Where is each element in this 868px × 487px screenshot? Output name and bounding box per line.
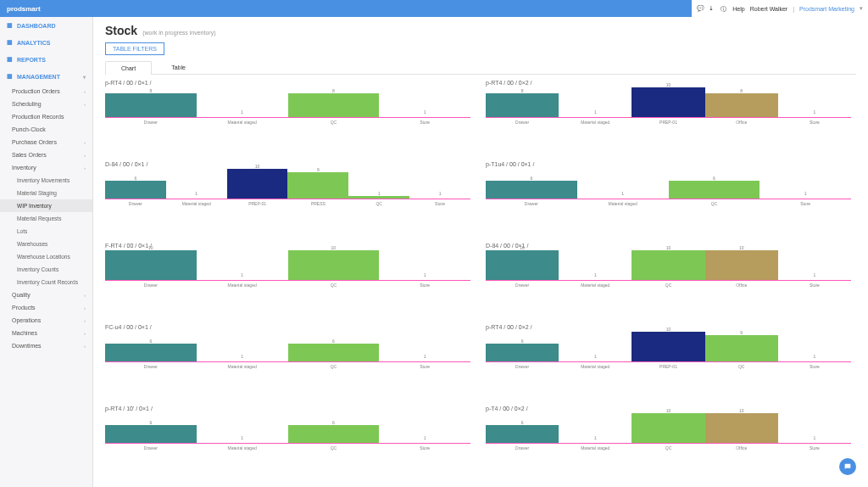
bar-value: 1 bbox=[241, 109, 243, 115]
chart-card: p-RT4 / 00 / 0×1 /8181DrawerMaterial sta… bbox=[105, 80, 470, 154]
chart-bar: 1 bbox=[559, 413, 632, 443]
sidebar-item-products[interactable]: Products› bbox=[0, 301, 92, 314]
sidebar-item-downtimes[interactable]: Downtimes› bbox=[0, 339, 92, 352]
chart-bar: 1 bbox=[778, 250, 851, 280]
bar-value: 1 bbox=[378, 191, 381, 196]
sidebar-item-operations[interactable]: Operations› bbox=[0, 314, 92, 327]
sidebar-item-sales-orders[interactable]: Sales Orders› bbox=[0, 148, 92, 161]
chart-bar: 6 bbox=[288, 332, 380, 361]
sidebar-item-warehouse-locations[interactable]: Warehouse Locations bbox=[0, 250, 92, 263]
x-axis-label: Store bbox=[379, 362, 470, 369]
x-axis-label: Store bbox=[778, 444, 851, 451]
sidebar-section-reports[interactable]: ▦REPORTS bbox=[0, 51, 92, 68]
bar-value: 1 bbox=[814, 435, 816, 440]
bar-value: 6 bbox=[149, 339, 152, 344]
bar-value: 1 bbox=[424, 272, 426, 277]
sidebar-item-warehouses[interactable]: Warehouses bbox=[0, 238, 92, 250]
chart-bar: 10 bbox=[632, 332, 704, 361]
sidebar-item-inventory-count-records[interactable]: Inventory Count Records bbox=[0, 276, 92, 288]
chart-bar: 10 bbox=[632, 413, 704, 443]
table-filters-button[interactable]: TABLE FILTERS bbox=[105, 42, 164, 55]
bar-value: 1 bbox=[594, 435, 597, 440]
x-axis-label: QC bbox=[632, 281, 704, 288]
user-name[interactable]: Robert Walker bbox=[750, 6, 787, 12]
tab-table[interactable]: Table bbox=[155, 60, 202, 74]
bar-value: 1 bbox=[195, 191, 198, 196]
x-axis-label: Drawer bbox=[486, 118, 559, 125]
x-axis-label: Office bbox=[705, 444, 778, 451]
chart-bar: 6 bbox=[669, 169, 760, 199]
chart-card: p-RT4 / 10' / 0×1 /6161DrawerMaterial st… bbox=[105, 406, 470, 480]
x-axis-label: Drawer bbox=[105, 118, 197, 125]
sidebar-item-inventory[interactable]: Inventory› bbox=[0, 161, 92, 174]
chat-icon[interactable]: 💬 bbox=[697, 5, 704, 12]
bar-value: 10 bbox=[666, 408, 671, 413]
sidebar-item-inventory-counts[interactable]: Inventory Counts bbox=[0, 263, 92, 276]
tab-chart[interactable]: Chart bbox=[105, 61, 152, 75]
help-link[interactable]: Help bbox=[732, 6, 744, 12]
brand-logo: prodsmart bbox=[7, 5, 41, 13]
info-icon[interactable]: ⓘ bbox=[721, 5, 727, 12]
gauge-icon: ▦ bbox=[7, 22, 14, 29]
sidebar-item-punch-clock[interactable]: Punch-Clock bbox=[0, 123, 92, 136]
x-axis-label: Drawer bbox=[105, 199, 166, 206]
export-icon[interactable]: ⤓ bbox=[709, 5, 715, 12]
x-axis-label: Store bbox=[379, 118, 470, 125]
bar-value: 9 bbox=[317, 167, 320, 172]
sidebar-item-scheduling[interactable]: Scheduling› bbox=[0, 98, 92, 110]
bar-value: 10 bbox=[666, 82, 671, 87]
sidebar-item-production-records[interactable]: Production Records bbox=[0, 110, 92, 123]
chart-bar: 6 bbox=[486, 169, 577, 199]
sidebar-item-production-orders[interactable]: Production Orders› bbox=[0, 85, 92, 98]
bar-value: 9 bbox=[740, 330, 743, 335]
chart-bar: 10 bbox=[105, 250, 197, 280]
sidebar-section-analytics[interactable]: ▦ANALYTICS bbox=[0, 34, 92, 51]
chart-bar: 1 bbox=[379, 250, 470, 280]
sidebar-section-dashboard[interactable]: ▦DASHBOARD bbox=[0, 17, 92, 34]
chart-plot: 6161 bbox=[105, 413, 470, 444]
chart-card: p-RT4 / 00 / 0×2 /611091DrawerMaterial s… bbox=[486, 324, 851, 399]
chart-title: D-84 / 00 / 0×1 / bbox=[105, 161, 470, 167]
chart-card: p-T4 / 00 / 0×2 /6110101DrawerMaterial s… bbox=[486, 406, 851, 480]
bar-value: 1 bbox=[594, 272, 597, 277]
sidebar-item-wip-inventory[interactable]: WIP Inventory bbox=[0, 199, 92, 212]
sidebar-item-lots[interactable]: Lots bbox=[0, 225, 92, 238]
chart-bar: 1 bbox=[778, 87, 851, 117]
chart-bar: 1 bbox=[409, 169, 470, 199]
chart-bar: 6 bbox=[105, 413, 197, 443]
company-name[interactable]: Prodsmart Marketing bbox=[799, 6, 854, 12]
chart-bar: 6 bbox=[105, 169, 166, 199]
view-tabs: ChartTable bbox=[105, 60, 856, 75]
chart-bar: 10 bbox=[705, 413, 778, 443]
chart-plot: 6161 bbox=[486, 169, 851, 199]
chart-bar: 1 bbox=[197, 413, 288, 443]
bar-value: 1 bbox=[814, 354, 816, 359]
chart-bar: 1 bbox=[760, 169, 851, 199]
sidebar-item-inventory-movements[interactable]: Inventory Movements bbox=[0, 174, 92, 187]
chart-plot: 6110911 bbox=[105, 169, 470, 199]
bar-value: 10 bbox=[148, 245, 153, 250]
bar-value: 10 bbox=[739, 408, 744, 413]
sidebar-item-quality[interactable]: Quality› bbox=[0, 288, 92, 301]
x-axis-label: Store bbox=[760, 199, 851, 206]
bar-value: 1 bbox=[621, 191, 624, 196]
help-fab[interactable] bbox=[839, 458, 856, 475]
x-axis-label: Drawer bbox=[486, 281, 559, 288]
x-axis-label: QC bbox=[288, 444, 380, 451]
chart-bar: 1 bbox=[379, 87, 470, 117]
bar-value: 1 bbox=[241, 272, 243, 277]
sidebar-item-material-staging[interactable]: Material Staging bbox=[0, 187, 92, 199]
sidebar-section-management[interactable]: ▦MANAGEMENT▾ bbox=[0, 68, 92, 85]
grid-icon: ▦ bbox=[7, 73, 14, 80]
x-axis-label: Drawer bbox=[486, 199, 577, 206]
chevron-down-icon[interactable]: ▾ bbox=[860, 5, 863, 12]
chart-bar: 1 bbox=[379, 332, 470, 361]
page-title: Stock bbox=[105, 24, 137, 37]
sidebar-item-material-requests[interactable]: Material Requests bbox=[0, 212, 92, 225]
x-axis-label: Material staged bbox=[197, 362, 288, 369]
sidebar-item-machines[interactable]: Machines› bbox=[0, 327, 92, 339]
bar-value: 6 bbox=[521, 339, 524, 344]
chevron-right-icon: › bbox=[84, 165, 86, 171]
sidebar-item-purchase-orders[interactable]: Purchase Orders› bbox=[0, 136, 92, 148]
bar-value: 6 bbox=[135, 176, 137, 181]
